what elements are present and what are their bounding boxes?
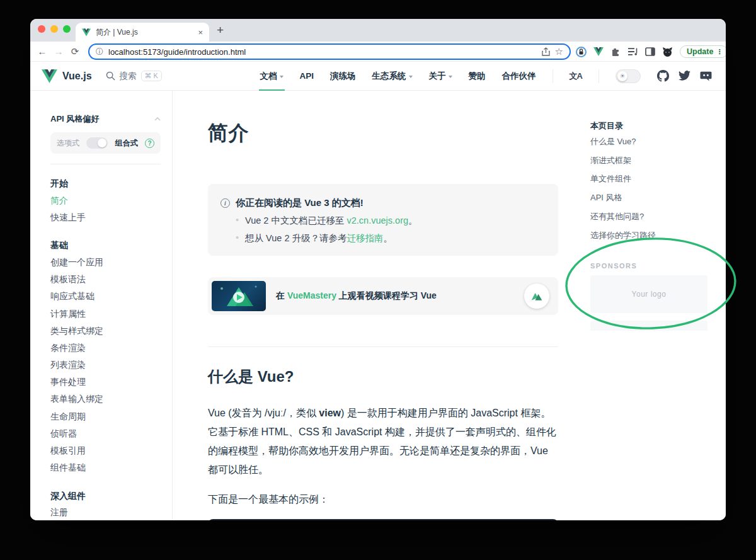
github-icon[interactable] [657, 70, 669, 82]
nav-item-生态系统[interactable]: 生态系统 [372, 62, 413, 91]
sidebar-item-创建一个应用[interactable]: 创建一个应用 [50, 254, 161, 271]
info-icon: i [220, 198, 230, 208]
back-icon[interactable]: ← [34, 46, 50, 57]
info-box-title: 你正在阅读的是 Vue 3 的文档! [236, 197, 364, 209]
maximize-window-button[interactable] [63, 25, 71, 33]
tab-manager-extension-icon[interactable] [627, 47, 638, 56]
bullet-dot: • [236, 215, 239, 227]
nav-item-文档[interactable]: 文档 [260, 62, 284, 91]
api-style-switch[interactable] [86, 137, 108, 149]
sponsor-placeholder[interactable]: Your logo [590, 275, 707, 313]
browser-tab-strip: 简介 | Vue.js × + [30, 19, 726, 42]
share-icon[interactable] [542, 47, 550, 56]
info-box-title-row: i 你正在阅读的是 Vue 3 的文档! [220, 197, 543, 209]
vuemastery-video-thumbnail[interactable] [212, 281, 266, 311]
vuemastery-banner[interactable]: 在 VueMastery 上观看视频课程学习 Vue [208, 277, 558, 315]
update-label: Update [687, 47, 713, 56]
options-api-label[interactable]: 选项式 [57, 138, 79, 149]
info-bullet-vue2: • Vue 2 中文文档已迁移至 v2.cn.vuejs.org。 [220, 215, 543, 227]
nav-item-合作伙伴[interactable]: 合作伙伴 [502, 62, 536, 91]
browser-toolbar: ← → ⟳ ⓘ localhost:5173/guide/introductio… [30, 42, 726, 62]
browser-menu-icon[interactable]: ⋮ [716, 48, 723, 56]
sidebar-item-侦听器[interactable]: 侦听器 [50, 425, 161, 442]
sidebar-item-事件处理[interactable]: 事件处理 [50, 374, 161, 391]
twitter-icon[interactable] [679, 71, 690, 81]
migration-guide-link[interactable]: 迁移指南 [347, 233, 384, 243]
page-info-icon[interactable]: ⓘ [96, 47, 103, 57]
nav-item-label: 演练场 [330, 71, 356, 82]
nav-item-label: 生态系统 [372, 71, 406, 82]
url-text[interactable]: localhost:5173/guide/introduction.html [108, 47, 537, 57]
sidebar-section-title: 基础 [50, 240, 161, 251]
nav-item-API[interactable]: API [300, 62, 314, 91]
sidebar-item-组件基础[interactable]: 组件基础 [50, 460, 161, 477]
code-block: js import { createApp } from 'vue' creat… [208, 519, 558, 520]
translations-icon[interactable]: 文A [570, 71, 582, 82]
privacy-extension-icon[interactable] [576, 47, 587, 57]
example-lead-paragraph: 下面是一个最基本的示例： [208, 493, 558, 506]
chrome-update-button[interactable]: Update ⋮ [680, 45, 726, 58]
new-tab-button[interactable]: + [217, 24, 224, 36]
sidebar-item-表单输入绑定[interactable]: 表单输入绑定 [50, 391, 161, 408]
social-links [657, 70, 712, 82]
extensions-puzzle-icon[interactable] [610, 47, 621, 57]
toc-item-渐进式框架[interactable]: 渐进式框架 [590, 151, 716, 169]
chevron-down-icon [409, 76, 413, 78]
search-label: 搜索 [120, 71, 137, 82]
address-bar[interactable]: ⓘ localhost:5173/guide/introduction.html… [88, 43, 571, 60]
site-logo[interactable]: Vue.js [42, 69, 92, 83]
bookmark-star-icon[interactable]: ☆ [555, 46, 563, 57]
sidebar: API 风格偏好 选项式 组合式 ? 开始简介快速上手基础创建一个应用模板语法响… [30, 91, 172, 520]
sidebar-item-模板语法[interactable]: 模板语法 [50, 271, 161, 289]
search-button[interactable]: 搜索 ⌘ K [106, 71, 162, 82]
mascot-extension-icon[interactable] [662, 47, 673, 57]
sponsor-placeholder-partial [590, 321, 707, 331]
vue-devtools-extension-icon[interactable] [593, 47, 604, 56]
sidebar-item-注册[interactable]: 注册 [50, 505, 161, 520]
vue2-docs-link[interactable]: v2.cn.vuejs.org [347, 215, 409, 226]
forward-icon[interactable]: → [50, 46, 67, 57]
sidebar-rule [50, 164, 161, 164]
toc-item-单文件组件[interactable]: 单文件组件 [590, 170, 716, 188]
sidebar-item-类与样式绑定[interactable]: 类与样式绑定 [50, 323, 161, 340]
nav-item-label: 合作伙伴 [502, 71, 536, 82]
browser-window: 简介 | Vue.js × + ← → ⟳ ⓘ localhost:5173/g… [30, 19, 726, 520]
minimize-window-button[interactable] [50, 25, 58, 33]
page-body: API 风格偏好 选项式 组合式 ? 开始简介快速上手基础创建一个应用模板语法响… [30, 91, 726, 520]
toc-item-选择你的学习路径[interactable]: 选择你的学习路径 [590, 227, 716, 244]
theme-toggle[interactable]: ☀ [616, 69, 641, 83]
reload-icon[interactable]: ⟳ [67, 46, 83, 57]
tab-title: 简介 | Vue.js [96, 27, 193, 38]
toc-item-API 风格[interactable]: API 风格 [590, 189, 716, 207]
nav-item-关于[interactable]: 关于 [429, 62, 452, 91]
sidebar-item-计算属性[interactable]: 计算属性 [50, 306, 161, 323]
nav-item-label: 关于 [429, 71, 446, 82]
toc-item-还有其他问题?[interactable]: 还有其他问题? [590, 208, 716, 226]
sidebar-item-模板引用[interactable]: 模板引用 [50, 442, 161, 459]
composition-api-label[interactable]: 组合式 [115, 138, 138, 149]
toc-item-什么是 Vue?[interactable]: 什么是 Vue? [590, 133, 716, 151]
discord-icon[interactable] [700, 71, 712, 81]
close-window-button[interactable] [38, 25, 45, 33]
tab-close-icon[interactable]: × [198, 28, 203, 37]
window-controls [38, 25, 71, 33]
nav-item-演练场[interactable]: 演练场 [330, 62, 356, 91]
sidebar-item-生命周期[interactable]: 生命周期 [50, 408, 161, 425]
sidebar-item-列表渲染[interactable]: 列表渲染 [50, 357, 161, 374]
api-preference-header[interactable]: API 风格偏好 [50, 113, 161, 125]
nav-divider [553, 69, 553, 83]
sidebar-item-响应式基础[interactable]: 响应式基础 [50, 289, 161, 306]
nav-item-赞助[interactable]: 赞助 [469, 62, 486, 91]
search-icon [106, 71, 115, 81]
vue-favicon [82, 28, 91, 37]
sidebar-item-简介[interactable]: 简介 [50, 192, 161, 209]
sidebar-item-快速上手[interactable]: 快速上手 [50, 209, 161, 226]
sidebar-divider [172, 91, 173, 520]
reading-panel-extension-icon[interactable] [645, 47, 655, 56]
browser-tab[interactable]: 简介 | Vue.js × [76, 23, 209, 42]
nav-divider [598, 69, 599, 83]
sidebar-item-条件渲染[interactable]: 条件渲染 [50, 340, 161, 357]
help-icon[interactable]: ? [145, 139, 154, 148]
vuemastery-link[interactable]: VueMastery [287, 290, 336, 300]
chevron-up-icon[interactable] [154, 117, 161, 121]
